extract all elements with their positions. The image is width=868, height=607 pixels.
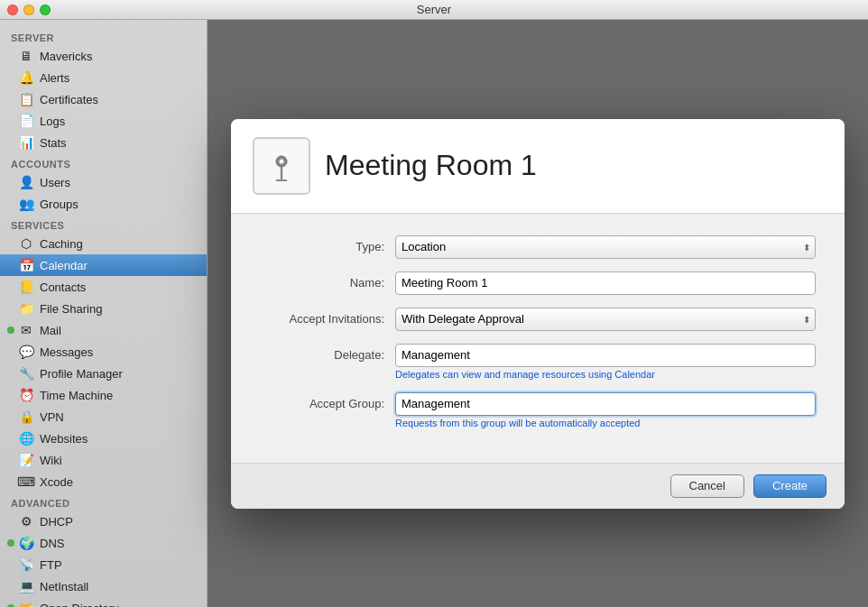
netinstall-label: NetInstall [40,580,88,593]
sidebar-item-vpn[interactable]: 🔒VPN [0,406,207,428]
time-machine-icon: ⏰ [18,387,34,403]
sidebar-item-file-sharing[interactable]: 📁File Sharing [0,298,207,319]
open-directory-label: Open Directory [40,602,118,608]
delegate-hint: Delegates can view and manage resources … [395,369,816,380]
modal-body: Type: Location Resource [231,214,845,463]
sidebar-item-dhcp[interactable]: ⚙DHCP [0,510,207,532]
netinstall-icon: 💻 [18,578,34,594]
mavericks-icon: 🖥 [18,48,34,64]
accept-invitations-select[interactable]: With Delegate Approval Automatically Man… [395,308,816,331]
accept-invitations-label: Accept Invitations: [260,308,395,326]
svg-point-3 [280,159,284,163]
contacts-icon: 📒 [18,279,34,295]
ftp-icon: 📡 [18,556,34,573]
groups-icon: 👥 [18,196,34,212]
sidebar-item-contacts[interactable]: 📒Contacts [0,276,207,298]
mavericks-label: Mavericks [40,50,93,63]
alerts-icon: 🔔 [18,69,34,86]
sidebar-item-messages[interactable]: 💬Messages [0,341,207,363]
delegate-input[interactable] [395,344,816,367]
profile-manager-icon: 🔧 [18,365,34,382]
sidebar-item-stats[interactable]: 📊Stats [0,132,207,153]
dns-icon: 🌍 [18,535,34,551]
sidebar-item-mavericks[interactable]: 🖥Mavericks [0,45,207,67]
sidebar-item-netinstall[interactable]: 💻NetInstall [0,575,207,597]
dns-status-dot [7,539,14,547]
location-icon [263,148,300,184]
dns-label: DNS [40,537,64,550]
sidebar-item-logs[interactable]: 📄Logs [0,110,207,132]
sidebar-section-services: SERVICES [0,215,207,233]
accept-invitations-control: With Delegate Approval Automatically Man… [395,308,816,331]
modal-header: Meeting Room 1 [231,119,845,214]
sidebar-item-alerts[interactable]: 🔔Alerts [0,67,207,88]
vpn-label: VPN [40,410,64,424]
profile-manager-label: Profile Manager [40,367,123,381]
main-area: SERVER🖥Mavericks🔔Alerts📋Certificates📄Log… [0,20,868,607]
alerts-label: Alerts [40,71,69,85]
delegate-label: Delegate: [260,344,395,362]
sidebar-item-xcode[interactable]: ⌨Xcode [0,471,207,492]
open-directory-icon: 📂 [18,600,34,607]
sidebar-item-mail[interactable]: ✉Mail [0,319,207,341]
sidebar-item-caching[interactable]: ⬡Caching [0,233,207,254]
sidebar-item-profile-manager[interactable]: 🔧Profile Manager [0,363,207,384]
mail-status-dot [7,326,14,334]
wiki-label: Wiki [40,454,62,467]
calendar-label: Calendar [40,259,88,272]
calendar-icon: 📅 [18,257,34,273]
accept-group-hint: Requests from this group will be automat… [395,418,816,428]
name-label: Name: [260,271,395,290]
delegate-row: Delegate: Delegates can view and manage … [260,344,816,380]
accept-group-label: Accept Group: [260,392,395,410]
ftp-label: FTP [40,558,62,572]
vpn-icon: 🔒 [18,409,34,425]
name-input[interactable] [395,271,816,295]
close-button[interactable] [7,5,18,15]
minimize-button[interactable] [23,5,34,15]
modal-dialog: Meeting Room 1 Type: Location Resou [231,119,845,509]
file-sharing-label: File Sharing [40,302,102,316]
modal-footer: Cancel Create [231,463,845,509]
sidebar-item-time-machine[interactable]: ⏰Time Machine [0,384,207,406]
caching-icon: ⬡ [18,235,34,252]
logs-icon: 📄 [18,113,34,129]
maximize-button[interactable] [40,5,51,15]
contacts-label: Contacts [40,281,86,294]
type-select-wrapper: Location Resource [395,235,816,259]
sidebar-item-calendar[interactable]: 📅Calendar [0,254,207,276]
file-sharing-icon: 📁 [18,300,34,317]
certificates-icon: 📋 [18,91,34,107]
sidebar-item-certificates[interactable]: 📋Certificates [0,88,207,110]
modal-icon [253,137,310,195]
sidebar-item-wiki[interactable]: 📝Wiki [0,449,207,471]
sidebar-item-dns[interactable]: 🌍DNS [0,532,207,554]
dhcp-label: DHCP [40,515,73,529]
sidebar-section-server: SERVER [0,27,207,45]
modal-overlay: Meeting Room 1 Type: Location Resou [208,20,868,607]
type-select[interactable]: Location Resource [395,235,816,259]
sidebar-item-groups[interactable]: 👥Groups [0,193,207,215]
content-area: Meeting Room 1 Type: Location Resou [208,20,868,607]
sidebar-item-ftp[interactable]: 📡FTP [0,554,207,575]
accept-group-row: Accept Group: Requests from this group w… [260,392,816,428]
cancel-button[interactable]: Cancel [670,474,744,498]
accept-invitations-row: Accept Invitations: With Delegate Approv… [260,308,816,331]
sidebar-section-accounts: ACCOUNTS [0,153,207,171]
sidebar: SERVER🖥Mavericks🔔Alerts📋Certificates📄Log… [0,20,208,607]
delegate-control: Delegates can view and manage resources … [395,344,816,380]
accept-group-input[interactable] [395,392,816,416]
users-label: Users [40,176,70,189]
sidebar-item-websites[interactable]: 🌐Websites [0,428,207,449]
sidebar-item-open-directory[interactable]: 📂Open Directory [0,597,207,607]
mail-label: Mail [40,324,61,337]
name-row: Name: [260,271,816,295]
sidebar-item-users[interactable]: 👤Users [0,171,207,193]
dhcp-icon: ⚙ [18,513,34,529]
xcode-label: Xcode [40,475,73,489]
create-button[interactable]: Create [753,474,826,498]
titlebar: Server [0,0,868,20]
name-control [395,271,816,295]
accept-invitations-select-wrapper: With Delegate Approval Automatically Man… [395,308,816,331]
websites-label: Websites [40,432,88,446]
